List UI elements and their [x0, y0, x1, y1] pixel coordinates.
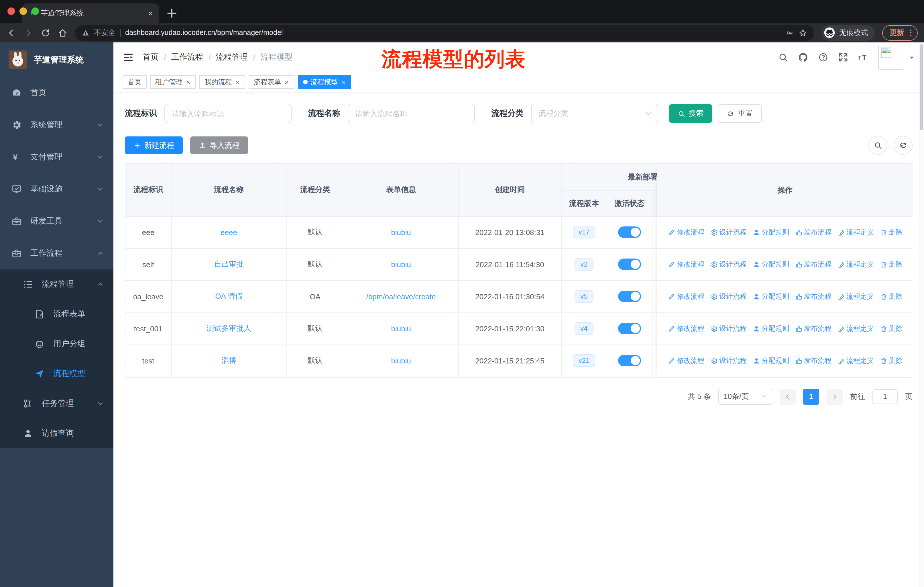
process-name-link[interactable]: 滔博: [221, 356, 236, 365]
github-icon[interactable]: [798, 52, 808, 63]
sidebar-item-5[interactable]: 研发工具: [0, 205, 114, 237]
action-assign[interactable]: 分配规则: [752, 260, 789, 270]
new-tab-button[interactable]: [165, 6, 179, 20]
action-definition[interactable]: 流程定义: [837, 356, 874, 366]
browser-tab[interactable]: 芋道管理系统: [22, 3, 159, 23]
sidebar-item-7[interactable]: 流程管理: [0, 270, 114, 299]
close-icon[interactable]: [284, 79, 289, 84]
action-design[interactable]: 设计流程: [710, 260, 747, 270]
action-delete[interactable]: 删除: [879, 356, 903, 366]
form-info-link[interactable]: /bpm/oa/leave/create: [366, 292, 436, 301]
search-button[interactable]: 搜索: [669, 104, 712, 123]
page-number-button[interactable]: 1: [803, 389, 819, 404]
sidebar-item-3[interactable]: ¥支付管理: [0, 141, 114, 173]
update-button[interactable]: 更新: [882, 25, 918, 40]
breadcrumb-item[interactable]: 流程管理: [216, 52, 248, 63]
reload-icon[interactable]: [41, 28, 50, 38]
action-delete[interactable]: 删除: [879, 292, 903, 301]
tag-item[interactable]: 租户管理: [150, 75, 196, 89]
refresh-table-button[interactable]: [894, 136, 912, 155]
forward-icon[interactable]: [23, 28, 33, 38]
action-publish[interactable]: 发布流程: [795, 228, 832, 237]
minimize-window-button[interactable]: [20, 7, 27, 15]
help-icon[interactable]: [818, 52, 828, 63]
process-name-link[interactable]: OA 请假: [215, 292, 242, 300]
active-toggle[interactable]: [618, 355, 641, 366]
form-info-link[interactable]: biubiu: [391, 260, 411, 269]
sidebar-item-11[interactable]: 任务管理: [0, 389, 114, 418]
next-page-button[interactable]: [827, 389, 843, 404]
prev-page-button[interactable]: [780, 389, 796, 404]
active-toggle[interactable]: [618, 258, 641, 270]
breadcrumb-item[interactable]: 首页: [143, 52, 159, 63]
scrollbar-thumb[interactable]: [920, 44, 923, 130]
form-info-link[interactable]: biubiu: [391, 228, 411, 236]
sidebar-item-1[interactable]: 首页: [0, 77, 114, 109]
active-toggle[interactable]: [618, 323, 641, 334]
key-icon[interactable]: [785, 28, 794, 37]
browser-menu-dots-icon[interactable]: [906, 28, 916, 37]
home-icon[interactable]: [58, 28, 68, 38]
process-name-link[interactable]: 自己审批: [214, 260, 244, 268]
action-design[interactable]: 设计流程: [710, 292, 747, 301]
action-delete[interactable]: 删除: [879, 324, 903, 334]
zoom-window-button[interactable]: [31, 7, 39, 15]
action-design[interactable]: 设计流程: [710, 228, 747, 237]
active-toggle[interactable]: [618, 291, 641, 302]
version-badge[interactable]: v2: [574, 258, 593, 271]
filter-name-input[interactable]: [348, 104, 475, 123]
breadcrumb-item[interactable]: 工作流程: [171, 52, 203, 63]
action-delete[interactable]: 删除: [879, 260, 903, 270]
form-info-link[interactable]: biubiu: [391, 324, 411, 333]
sidebar-logo[interactable]: 芋道管理系统: [0, 42, 114, 77]
search-icon[interactable]: [778, 52, 788, 63]
process-name-link[interactable]: eeee: [221, 228, 237, 236]
sidebar-item-8[interactable]: 流程表单: [0, 299, 114, 329]
action-edit[interactable]: 修改流程: [668, 356, 704, 366]
back-icon[interactable]: [6, 28, 16, 38]
active-toggle[interactable]: [618, 227, 641, 238]
action-assign[interactable]: 分配规则: [752, 324, 789, 334]
action-assign[interactable]: 分配规则: [752, 228, 789, 237]
tag-item[interactable]: 流程表单: [249, 75, 294, 89]
action-edit[interactable]: 修改流程: [668, 260, 704, 270]
action-edit[interactable]: 修改流程: [668, 228, 704, 237]
fullscreen-icon[interactable]: [838, 52, 848, 63]
font-size-icon[interactable]: TT: [858, 52, 868, 63]
close-icon[interactable]: [341, 79, 346, 84]
action-definition[interactable]: 流程定义: [837, 260, 874, 270]
sidebar-item-6[interactable]: 工作流程: [0, 237, 114, 270]
page-scrollbar[interactable]: [919, 42, 924, 587]
user-avatar[interactable]: [878, 45, 903, 70]
avatar-caret-down-icon[interactable]: [909, 54, 915, 61]
close-window-button[interactable]: [7, 7, 15, 15]
action-assign[interactable]: 分配规则: [752, 356, 789, 366]
sidebar-item-10[interactable]: 流程模型: [0, 359, 114, 389]
sidebar-item-2[interactable]: 系统管理: [0, 109, 114, 141]
close-icon[interactable]: [235, 79, 240, 84]
goto-page-input[interactable]: [873, 389, 898, 404]
version-badge[interactable]: v5: [574, 290, 593, 303]
create-process-button[interactable]: 新建流程: [125, 136, 183, 154]
version-badge[interactable]: v21: [573, 354, 596, 367]
version-badge[interactable]: v4: [574, 322, 593, 335]
reset-button[interactable]: 重置: [718, 104, 762, 123]
sidebar-item-9[interactable]: 用户分组: [0, 329, 114, 359]
filter-category-select[interactable]: 流程分类: [531, 104, 658, 123]
filter-key-input[interactable]: [164, 104, 292, 123]
form-info-link[interactable]: biubiu: [391, 356, 411, 365]
action-design[interactable]: 设计流程: [710, 324, 747, 334]
sidebar-item-12[interactable]: 请假查询: [0, 418, 114, 448]
sidebar-item-4[interactable]: 基础设施: [0, 173, 114, 205]
action-design[interactable]: 设计流程: [710, 356, 747, 366]
action-definition[interactable]: 流程定义: [837, 292, 874, 301]
action-publish[interactable]: 发布流程: [795, 260, 832, 270]
action-edit[interactable]: 修改流程: [668, 292, 704, 301]
tag-item[interactable]: 首页: [122, 75, 147, 89]
close-icon[interactable]: [186, 79, 191, 84]
close-tab-icon[interactable]: [147, 10, 153, 17]
process-name-link[interactable]: 测试多审批人: [206, 324, 251, 332]
action-publish[interactable]: 发布流程: [795, 356, 832, 366]
tag-item[interactable]: 我的流程: [200, 75, 245, 89]
tag-active[interactable]: 流程模型: [298, 75, 351, 89]
